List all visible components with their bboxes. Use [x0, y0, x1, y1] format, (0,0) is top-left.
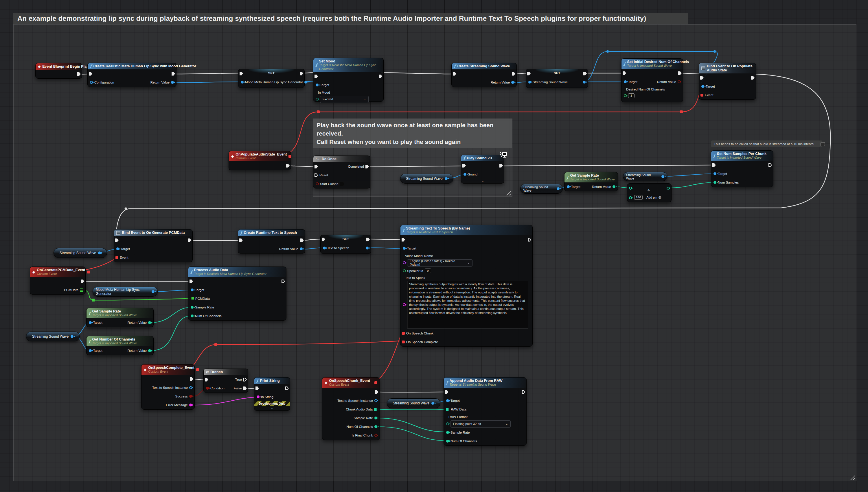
exec-in-pin[interactable]: [239, 72, 243, 75]
node-get-sample-rate-1[interactable]: ƒ Get Sample Rate Target is Imported Sou…: [564, 172, 618, 191]
expand-chevron-icon[interactable]: ⌄: [461, 179, 504, 183]
tts-instance-pin[interactable]: [374, 399, 377, 402]
variable-pill-streaming-sound-wave[interactable]: Streaming Sound Wave: [520, 184, 563, 194]
exec-out-pin[interactable]: [282, 279, 285, 283]
node-divide[interactable]: 100 ÷ Add pin⊕: [627, 183, 672, 202]
return-value-pin[interactable]: [300, 247, 303, 250]
node-create-lipsync-generator[interactable]: ƒ Create Realistic Meta Human Lip Sync w…: [87, 63, 177, 87]
exec-out-pin[interactable]: [188, 239, 191, 242]
exec-out-pin[interactable]: [528, 238, 531, 242]
variable-pill-streaming-sound-wave[interactable]: Streaming Sound Wave: [53, 248, 107, 258]
completed-exec-pin[interactable]: [366, 165, 369, 169]
desired-channels-pin[interactable]: [624, 94, 627, 97]
in-mood-pin[interactable]: [316, 98, 319, 101]
exec-out-pin[interactable]: [190, 377, 193, 381]
exec-out-pin[interactable]: [379, 75, 382, 78]
target-pin[interactable]: [89, 321, 92, 324]
error-message-pin[interactable]: [189, 403, 192, 407]
node-set-initial-num-channels[interactable]: ƒ Set Initial Desired Num Of Channels Ta…: [621, 58, 683, 102]
add-pin-button[interactable]: Add pin⊕: [647, 195, 661, 199]
exec-in-pin[interactable]: [462, 164, 466, 168]
return-value-pin[interactable]: [148, 321, 151, 324]
var-in-pin[interactable]: [528, 81, 531, 83]
pcmdata-array-pin[interactable]: [191, 297, 194, 300]
target-pin[interactable]: [116, 247, 119, 250]
node-set-mood[interactable]: ƒ Set Mood Target is Realistic Meta Huma…: [313, 58, 384, 102]
divide-output-pin[interactable]: [666, 187, 670, 190]
node-set-text-to-speech-var[interactable]: SET Text to Speech: [320, 235, 371, 254]
num-samples-pin[interactable]: [713, 181, 717, 184]
raw-format-dropdown[interactable]: Floating point 32-bit⌄: [450, 420, 511, 427]
node-on-speech-complete-event[interactable]: ◈ OnSpeechComplete_Event Custom Event Te…: [141, 364, 195, 410]
target-pin[interactable]: [567, 185, 570, 188]
exec-in-pin[interactable]: [239, 239, 243, 242]
expand-chevron-icon[interactable]: ⌄: [254, 406, 290, 411]
exec-out-pin[interactable]: [583, 72, 587, 75]
exec-out-pin[interactable]: [499, 164, 503, 168]
return-value-pin[interactable]: [148, 349, 151, 352]
node-bind-on-generate-pcmdata[interactable]: Bind Event to On Generate PCMData Target…: [114, 229, 193, 262]
node-create-runtime-tts[interactable]: ƒ Create Runtime Text to Speech Return V…: [238, 229, 305, 253]
var-in-pin[interactable]: [241, 81, 243, 83]
node-play-sound-2d[interactable]: ƒ Play Sound 2D Sound ⌄: [461, 155, 504, 183]
exec-in-pin[interactable]: [527, 72, 531, 75]
variable-pill-streaming-sound-wave[interactable]: Streaming Sound Wave: [26, 331, 79, 341]
target-pin[interactable]: [403, 247, 406, 250]
variable-pill-streaming-sound-wave[interactable]: Streaming Sound Wave: [623, 172, 667, 181]
comment-resize-handle[interactable]: [850, 475, 855, 480]
text-to-speak-input[interactable]: Streaming synthesis output begins with a…: [407, 281, 528, 328]
node-get-number-of-channels[interactable]: ƒ Get Number Of Channels Target is Impor…: [86, 336, 154, 355]
node-set-mood-generator-var[interactable]: SET Mood Meta Human Lip Sync Generator: [238, 69, 305, 88]
num-channels-pin[interactable]: [446, 440, 449, 443]
var-out-pin[interactable]: [445, 177, 448, 180]
num-channels-pin[interactable]: [191, 315, 193, 317]
desired-channels-value[interactable]: 1: [628, 93, 634, 98]
var-out-pin[interactable]: [661, 175, 664, 178]
condition-pin[interactable]: [206, 387, 209, 390]
speaker-id-pin[interactable]: [403, 269, 406, 272]
divide-input-a-pin[interactable]: [629, 187, 632, 190]
exec-out-pin[interactable]: [171, 72, 175, 76]
pcmdata-array-pin[interactable]: [80, 289, 83, 292]
start-closed-pin[interactable]: [316, 182, 319, 185]
node-get-sample-rate-2[interactable]: ƒ Get Sample Rate Target is Imported Sou…: [86, 308, 154, 327]
success-pin[interactable]: [189, 395, 192, 398]
exec-in-pin[interactable]: [89, 72, 92, 76]
comment-bubble-icon[interactable]: [821, 142, 825, 146]
exec-out-pin[interactable]: [77, 72, 81, 76]
var-out-pin[interactable]: [557, 187, 560, 190]
sample-rate-pin[interactable]: [191, 306, 193, 309]
node-on-populate-audio-state-event[interactable]: ◈ OnPopulateAudioState_Event Custom Even…: [229, 151, 291, 170]
target-pin[interactable]: [701, 85, 704, 88]
var-out-pin[interactable]: [71, 335, 73, 338]
exec-out-pin[interactable]: [375, 390, 378, 394]
exec-out-pin[interactable]: [522, 390, 525, 394]
on-speech-chunk-pin[interactable]: [402, 332, 405, 335]
var-out-pin[interactable]: [98, 251, 101, 254]
true-exec-pin[interactable]: [243, 378, 247, 382]
return-value-pin[interactable]: [678, 80, 681, 83]
target-pin[interactable]: [713, 172, 717, 175]
exec-in-pin[interactable]: [623, 71, 626, 75]
exec-in-pin[interactable]: [314, 165, 318, 169]
sound-pin[interactable]: [464, 173, 466, 176]
var-out-pin[interactable]: [366, 247, 369, 249]
return-value-pin[interactable]: [612, 185, 615, 188]
node-event-begin-play[interactable]: ◈ Event Blueprint Begin Play: [35, 63, 82, 79]
chunk-audio-data-array-pin[interactable]: [374, 408, 377, 411]
configuration-pin[interactable]: [90, 81, 93, 84]
node-on-generate-pcmdata-event[interactable]: ◈ OnGeneratePCMData_Event Custom Event P…: [30, 267, 86, 295]
return-value-pin[interactable]: [511, 81, 514, 84]
exec-in-pin[interactable]: [402, 238, 405, 242]
exec-in-pin[interactable]: [700, 76, 704, 80]
exec-out-pin[interactable]: [300, 72, 303, 75]
exec-out-pin[interactable]: [769, 163, 772, 167]
node-append-audio-data-from-raw[interactable]: ƒ Append Audio Data From RAW Target is S…: [444, 377, 526, 446]
node-process-audio-data[interactable]: ƒ Process Audio Data Target is Realistic…: [188, 267, 286, 321]
is-final-chunk-pin[interactable]: [374, 434, 377, 437]
exec-out-pin[interactable]: [678, 71, 682, 75]
var-out-pin[interactable]: [151, 290, 155, 293]
sample-rate-pin[interactable]: [374, 417, 377, 419]
exec-in-pin[interactable]: [256, 387, 259, 390]
sample-rate-pin[interactable]: [446, 431, 449, 434]
